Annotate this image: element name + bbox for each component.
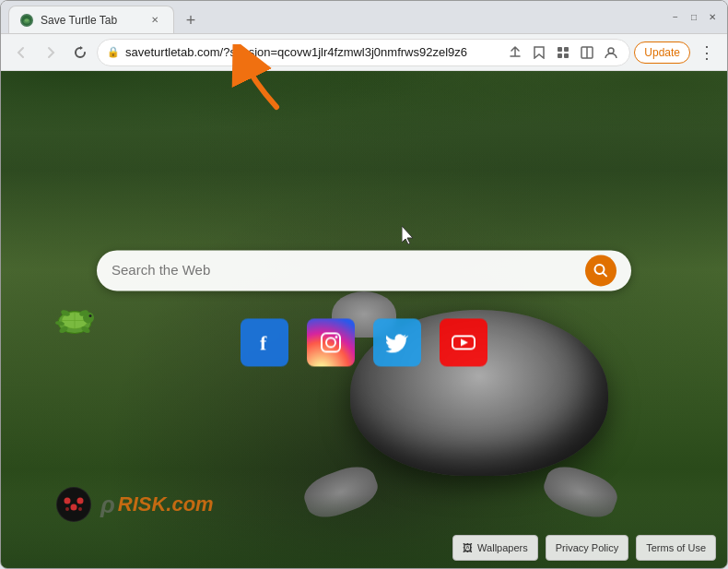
- nav-right: Update ⋮: [634, 40, 720, 65]
- svg-marker-37: [402, 226, 413, 244]
- svg-rect-6: [558, 53, 562, 58]
- bookmark-icon[interactable]: [530, 43, 548, 62]
- svg-point-33: [71, 504, 77, 511]
- tab-close-button[interactable]: ✕: [147, 13, 162, 28]
- update-button[interactable]: Update: [634, 41, 690, 64]
- maximize-button[interactable]: □: [687, 10, 701, 25]
- svg-point-17: [89, 314, 92, 317]
- minimize-button[interactable]: −: [668, 10, 683, 25]
- background-image: f: [1, 71, 727, 568]
- svg-point-32: [65, 498, 71, 504]
- facebook-icon[interactable]: f: [241, 318, 288, 366]
- svg-rect-4: [558, 47, 562, 52]
- risk-com-label: RISK.com: [118, 492, 214, 516]
- page-content: f: [1, 71, 727, 568]
- extensions-icon[interactable]: [554, 43, 572, 62]
- lock-icon: 🔒: [107, 46, 120, 58]
- svg-point-36: [78, 507, 82, 511]
- privacy-policy-button[interactable]: Privacy Policy: [546, 535, 628, 561]
- risk-logo: [56, 487, 91, 522]
- search-input[interactable]: [112, 262, 576, 278]
- bottom-bar: 🖼 Wallpapers Privacy Policy Terms of Use: [1, 528, 727, 568]
- share-icon[interactable]: [506, 43, 524, 62]
- svg-point-27: [326, 338, 335, 347]
- risk-watermark: ρ RISK.com: [56, 487, 214, 522]
- back-button[interactable]: [8, 40, 34, 65]
- svg-marker-3: [534, 47, 544, 58]
- mouse-cursor: [402, 226, 413, 243]
- svg-text:f: f: [260, 331, 267, 354]
- search-button[interactable]: [585, 255, 616, 286]
- address-text: saveturtletab.com/?session=qcovw1jlr4fzm…: [125, 45, 500, 59]
- title-bar: Save Turtle Tab ✕ + − □ ✕: [1, 1, 727, 34]
- site-logo: [47, 299, 102, 340]
- social-icons: f: [241, 318, 487, 366]
- new-tab-button[interactable]: +: [178, 7, 204, 33]
- terms-of-use-button[interactable]: Terms of Use: [636, 535, 716, 561]
- svg-point-10: [608, 48, 614, 53]
- address-bar[interactable]: 🔒 saveturtletab.com/?session=qcovw1jlr4f…: [97, 39, 630, 66]
- active-tab[interactable]: Save Turtle Tab ✕: [8, 6, 174, 33]
- forward-button[interactable]: [38, 40, 64, 65]
- risk-brand-text: ρ RISK.com: [100, 491, 214, 519]
- tab-area: Save Turtle Tab ✕ +: [8, 1, 661, 33]
- browser-menu-button[interactable]: ⋮: [694, 40, 720, 65]
- risk-watermark-text: ρ: [100, 491, 116, 519]
- close-button[interactable]: ✕: [705, 10, 720, 25]
- wallpapers-icon: 🖼: [463, 542, 473, 553]
- address-icons: [506, 43, 620, 62]
- wallpapers-button[interactable]: 🖼 Wallpapers: [452, 535, 538, 561]
- refresh-button[interactable]: [67, 40, 93, 65]
- tab-title: Save Turtle Tab: [41, 14, 140, 27]
- window-controls: − □ ✕: [668, 10, 720, 25]
- svg-marker-30: [461, 338, 468, 346]
- search-box: [97, 250, 631, 290]
- twitter-icon[interactable]: [373, 318, 421, 366]
- tab-favicon: [20, 14, 33, 27]
- foliage-top: [1, 71, 727, 182]
- instagram-icon[interactable]: [307, 318, 355, 366]
- search-container: f: [97, 250, 631, 366]
- navigation-bar: 🔒 saveturtletab.com/?session=qcovw1jlr4f…: [1, 34, 727, 71]
- profile-icon[interactable]: [602, 43, 620, 62]
- browser-window: Save Turtle Tab ✕ + − □ ✕ 🔒 saveturtleta…: [0, 0, 728, 569]
- svg-point-34: [77, 498, 84, 504]
- svg-point-28: [335, 335, 338, 338]
- svg-rect-5: [564, 47, 569, 52]
- svg-line-24: [603, 272, 606, 276]
- split-view-icon[interactable]: [578, 43, 596, 62]
- svg-point-2: [25, 18, 29, 22]
- svg-point-35: [65, 507, 69, 511]
- youtube-icon[interactable]: [440, 318, 487, 366]
- svg-rect-7: [564, 53, 569, 58]
